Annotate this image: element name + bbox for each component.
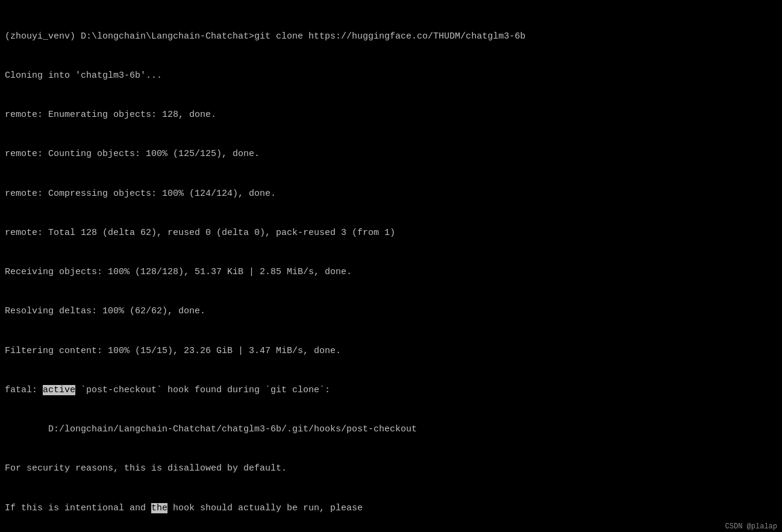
terminal-line: Resolving deltas: 100% (62/62), done. bbox=[5, 305, 777, 318]
terminal-line: If this is intentional and the hook shou… bbox=[5, 502, 777, 515]
terminal-line: Receiving objects: 100% (128/128), 51.37… bbox=[5, 266, 777, 279]
terminal-line: Filtering content: 100% (15/15), 23.26 G… bbox=[5, 345, 777, 358]
terminal-line: remote: Compressing objects: 100% (124/1… bbox=[5, 187, 777, 201]
terminal-line: For security reasons, this is disallowed… bbox=[5, 462, 777, 475]
terminal-line: Cloning into 'chatglm3-6b'... bbox=[5, 69, 777, 83]
highlight-active: active bbox=[43, 385, 75, 395]
highlight-the: the bbox=[151, 503, 167, 513]
watermark: CSDN @plalap bbox=[721, 521, 782, 532]
terminal-line: (zhouyi_venv) D:\longchain\Langchain-Cha… bbox=[5, 30, 777, 43]
terminal-line: fatal: active `post-checkout` hook found… bbox=[5, 384, 777, 397]
terminal-line: remote: Total 128 (delta 62), reused 0 (… bbox=[5, 227, 777, 240]
terminal-line: remote: Enumerating objects: 128, done. bbox=[5, 108, 777, 122]
terminal-line: D:/longchain/Langchain-Chatchat/chatglm3… bbox=[5, 423, 777, 436]
terminal-section-1: (zhouyi_venv) D:\longchain\Langchain-Cha… bbox=[0, 0, 782, 532]
terminal-line: remote: Counting objects: 100% (125/125)… bbox=[5, 148, 777, 161]
